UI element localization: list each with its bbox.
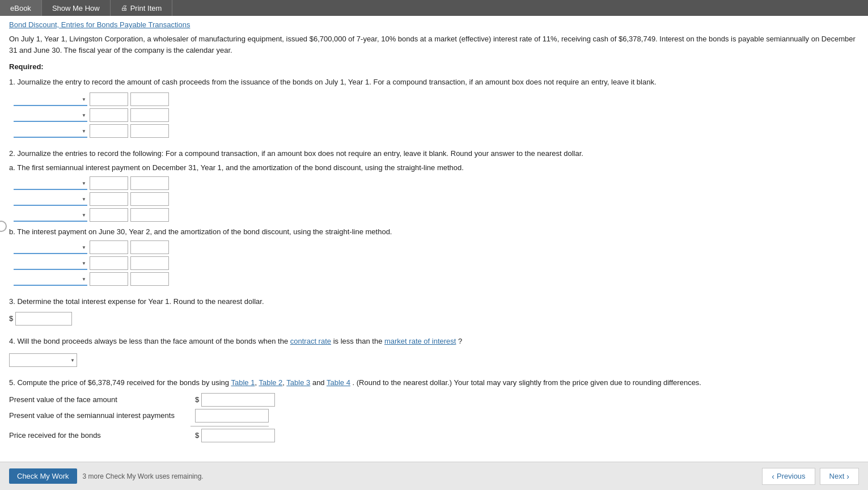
q1-journal-grid (14, 92, 859, 138)
required-label: Required: (9, 62, 859, 71)
ebook-tab[interactable]: eBook (0, 0, 42, 16)
q1-account-select-wrapper-2 (14, 108, 87, 122)
q2a-row-2 (14, 192, 859, 206)
question-3-section: 3. Determine the total interest expense … (9, 296, 859, 326)
bottom-bar: Check My Work 3 more Check My Work uses … (0, 462, 868, 490)
print-item-label: Print Item (130, 4, 162, 12)
q1-account-select-wrapper-3 (14, 124, 87, 138)
q1-account-select-wrapper-1 (14, 92, 87, 106)
print-item-tab[interactable]: 🖨 Print Item (111, 0, 173, 16)
intro-text: On July 1, Year 1, Livingston Corporatio… (9, 33, 859, 56)
q1-account-select-1[interactable] (14, 92, 87, 106)
q2a-account-select-wrapper-2 (14, 192, 87, 206)
q3-label: 3. Determine the total interest expense … (9, 296, 859, 307)
q5-row1-label: Present value of the face amount (9, 395, 190, 404)
q3-total-interest-input[interactable] (15, 312, 72, 326)
q2a-credit-2[interactable] (130, 192, 169, 206)
show-me-how-tab[interactable]: Show Me How (42, 0, 111, 16)
next-button[interactable]: Next › (820, 468, 859, 485)
q1-credit-3[interactable] (130, 124, 169, 138)
q2b-label: b. The interest payment on June 30, Year… (9, 227, 859, 236)
q2b-account-select-3[interactable] (14, 272, 87, 286)
question-4-section: 4. Will the bond proceeds always be less… (9, 336, 859, 368)
q5-face-amount-input[interactable] (201, 393, 275, 407)
q2b-credit-2[interactable] (130, 256, 169, 270)
q2a-debit-2[interactable] (90, 192, 128, 206)
q4-select-wrapper: Yes No (9, 353, 77, 367)
main-content: Bond Discount, Entries for Bonds Payable… (0, 16, 868, 490)
remaining-text: 3 more Check My Work uses remaining. (83, 472, 204, 480)
q5-table4-link[interactable]: Table 4 (327, 378, 350, 387)
q2a-row-1 (14, 176, 859, 190)
q5-semiannual-interest-input[interactable] (195, 409, 269, 423)
q5-row3-dollar: $ (195, 431, 199, 440)
q2a-account-select-2[interactable] (14, 192, 87, 206)
q5-row1-input-area: $ (195, 393, 275, 407)
q2a-account-select-1[interactable] (14, 176, 87, 190)
q1-account-select-2[interactable] (14, 108, 87, 122)
q1-debit-2[interactable] (90, 108, 128, 122)
q4-label-middle: is less than the (333, 337, 384, 345)
question-2-section: 2. Journalize the entries to record the … (9, 148, 859, 286)
q5-comma2: , (282, 378, 285, 387)
q4-contract-rate-link[interactable]: contract rate (290, 337, 331, 345)
q5-row3: Price received for the bonds $ (9, 429, 859, 442)
q5-table1-link[interactable]: Table 1 (231, 378, 255, 387)
q2b-debit-1[interactable] (90, 240, 128, 254)
breadcrumb[interactable]: Bond Discount, Entries for Bonds Payable… (9, 20, 859, 29)
q5-table2-link[interactable]: Table 2 (259, 378, 282, 387)
q2b-account-select-2[interactable] (14, 256, 87, 270)
previous-button[interactable]: ‹ Previous (762, 468, 815, 485)
q2a-credit-3[interactable] (130, 208, 169, 222)
q5-row1: Present value of the face amount $ (9, 393, 859, 407)
ebook-label: eBook (10, 4, 31, 12)
q2a-credit-1[interactable] (130, 176, 169, 190)
q2b-credit-3[interactable] (130, 272, 169, 286)
nav-buttons: ‹ Previous Next › (762, 468, 859, 485)
q1-debit-3[interactable] (90, 124, 128, 138)
q2a-account-select-wrapper-3 (14, 208, 87, 222)
q4-label-text: 4. Will the bond proceeds always be less… (9, 336, 859, 347)
q5-price-received-input[interactable] (201, 429, 275, 442)
q2b-debit-2[interactable] (90, 256, 128, 270)
q5-comma1: , (255, 378, 257, 387)
check-my-work-button[interactable]: Check My Work (9, 468, 77, 484)
q2a-account-select-wrapper-1 (14, 176, 87, 190)
question-1-section: 1. Journalize the entry to record the am… (9, 77, 859, 138)
q4-label-prefix: 4. Will the bond proceeds always be less… (9, 337, 288, 345)
q3-input-row: $ (9, 312, 859, 326)
q1-label: 1. Journalize the entry to record the am… (9, 77, 859, 88)
chevron-left-icon: ‹ (772, 472, 774, 481)
q5-label-text: 5. Compute the price of $6,378,749 recei… (9, 377, 859, 388)
q2a-debit-1[interactable] (90, 176, 128, 190)
q2a-journal-grid (14, 176, 859, 222)
q5-table3-link[interactable]: Table 3 (286, 378, 310, 387)
q5-row2-input-area (195, 409, 269, 423)
price-separator (190, 426, 269, 426)
q1-credit-2[interactable] (130, 108, 169, 122)
q2a-account-select-3[interactable] (14, 208, 87, 222)
q1-account-select-3[interactable] (14, 124, 87, 138)
q4-answer-select[interactable]: Yes No (9, 353, 77, 367)
q2b-row-2 (14, 256, 859, 270)
q2a-label: a. The first semiannual interest payment… (9, 163, 859, 172)
q2a-row-3 (14, 208, 859, 222)
show-me-how-label: Show Me How (52, 4, 100, 12)
q1-debit-1[interactable] (90, 92, 128, 106)
q5-row2: Present value of the semiannual interest… (9, 409, 859, 423)
q2b-account-select-wrapper-3 (14, 272, 87, 286)
q1-row-2 (14, 108, 859, 122)
q4-market-rate-link[interactable]: market rate of interest (384, 337, 456, 345)
q2b-row-3 (14, 272, 859, 286)
q2b-debit-3[interactable] (90, 272, 128, 286)
q2b-account-select-1[interactable] (14, 240, 87, 254)
q5-and: and (312, 378, 327, 387)
q2b-credit-1[interactable] (130, 240, 169, 254)
q2a-debit-3[interactable] (90, 208, 128, 222)
q2b-journal-grid (14, 240, 859, 286)
printer-icon: 🖨 (121, 4, 128, 12)
q1-credit-1[interactable] (130, 92, 169, 106)
q1-row-1 (14, 92, 859, 106)
q1-row-3 (14, 124, 859, 138)
q5-row3-input-area: $ (195, 429, 275, 442)
